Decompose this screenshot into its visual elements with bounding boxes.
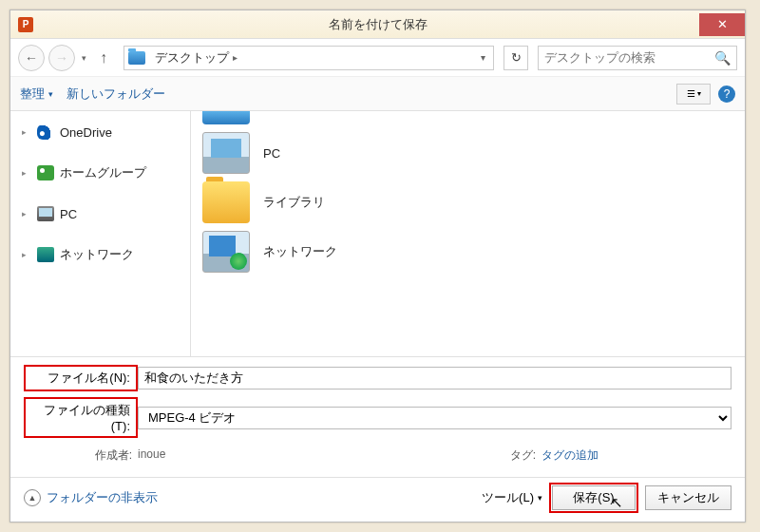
hide-folders-button[interactable]: ▲ フォルダーの非表示 <box>24 489 158 506</box>
sidebar-item-label: PC <box>60 207 77 221</box>
arrow-left-icon: ← <box>25 50 38 66</box>
organize-menu[interactable]: 整理▾ <box>20 86 53 103</box>
sidebar-item-pc[interactable]: ▸ PC <box>22 200 190 227</box>
sidebar-item-network[interactable]: ▸ ネットワーク <box>22 240 190 269</box>
pc-icon <box>202 132 250 174</box>
footer: ▲ フォルダーの非表示 ツール(L) ▾ 保存(S) ↖ キャンセル <box>10 477 745 522</box>
arrow-right-icon: → <box>55 50 68 66</box>
search-box[interactable]: 🔍 <box>538 46 737 70</box>
view-options-button[interactable]: ☰▾ <box>676 84 711 104</box>
search-icon: 🔍 <box>714 50 731 66</box>
back-button[interactable]: ← <box>18 45 45 71</box>
list-item[interactable]: ネットワーク <box>202 227 733 276</box>
chevron-right-icon[interactable]: ▸ <box>22 250 31 259</box>
help-icon: ? <box>724 87 731 101</box>
body: ▸ OneDrive ▸ ホームグループ ▸ PC ▸ ネットワーク <box>10 111 745 356</box>
pc-icon <box>37 206 54 221</box>
filename-label: ファイル名(N): <box>24 365 138 391</box>
network-icon <box>37 247 54 262</box>
chevron-right-icon[interactable]: ▸ <box>22 127 31 137</box>
titlebar: P 名前を付けて保存 ✕ <box>10 10 745 39</box>
form-area: ファイル名(N): ファイルの種類(T): MPEG-4 ビデオ 作成者: in… <box>10 356 745 477</box>
path-segment[interactable]: デスクトップ <box>151 49 233 66</box>
arrow-up-icon: ↑ <box>100 49 107 66</box>
list-item-partial[interactable] <box>202 111 733 124</box>
sidebar-item-label: OneDrive <box>60 125 112 140</box>
sidebar-item-onedrive[interactable]: ▸ OneDrive <box>22 119 190 145</box>
chevron-down-icon: ▾ <box>697 89 701 98</box>
sidebar-item-homegroup[interactable]: ▸ ホームグループ <box>22 159 190 187</box>
chevron-down-icon: ▾ <box>48 89 53 99</box>
onedrive-icon <box>37 124 54 140</box>
hide-folders-label: フォルダーの非表示 <box>47 489 158 506</box>
sidebar-item-label: ネットワーク <box>60 246 134 263</box>
up-button[interactable]: ↑ <box>93 48 114 68</box>
forward-button[interactable]: → <box>48 45 75 71</box>
homegroup-icon <box>37 165 54 180</box>
help-button[interactable]: ? <box>718 86 735 103</box>
file-list[interactable]: PC ライブラリ ネットワーク <box>191 111 745 356</box>
chevron-up-icon: ▲ <box>24 489 41 506</box>
sidebar-item-label: ホームグループ <box>60 164 146 181</box>
filetype-label: ファイルの種類(T): <box>24 397 138 438</box>
cancel-button[interactable]: キャンセル <box>645 485 732 510</box>
navigation-pane: ▸ OneDrive ▸ ホームグループ ▸ PC ▸ ネットワーク <box>10 111 191 356</box>
chevron-right-icon[interactable]: ▸ <box>22 168 31 178</box>
save-as-dialog: P 名前を付けて保存 ✕ ← → ▾ ↑ デスクトップ ▸ ▾ ↻ 🔍 整理▾ … <box>10 10 746 522</box>
save-button[interactable]: 保存(S) ↖ <box>552 485 636 510</box>
new-folder-button[interactable]: 新しいフォルダー <box>66 86 165 103</box>
list-item-label: ネットワーク <box>263 243 337 260</box>
refresh-icon: ↻ <box>511 50 522 65</box>
navigation-bar: ← → ▾ ↑ デスクトップ ▸ ▾ ↻ 🔍 <box>10 39 745 77</box>
view-icon: ☰ <box>687 88 695 99</box>
chevron-right-icon[interactable]: ▸ <box>22 209 31 218</box>
filetype-select[interactable]: MPEG-4 ビデオ <box>138 407 732 429</box>
list-item[interactable]: ライブラリ <box>202 178 733 227</box>
dialog-title: 名前を付けて保存 <box>10 16 745 33</box>
list-item-label: ライブラリ <box>263 194 325 211</box>
libraries-icon <box>202 181 250 223</box>
refresh-button[interactable]: ↻ <box>504 46 528 70</box>
address-bar[interactable]: デスクトップ ▸ ▾ <box>124 46 494 70</box>
address-dropdown-icon[interactable]: ▾ <box>477 52 489 63</box>
chevron-down-icon: ▾ <box>538 493 542 503</box>
filename-input[interactable] <box>138 367 732 390</box>
network-icon <box>202 231 250 273</box>
recent-locations-dropdown[interactable]: ▾ <box>79 53 89 63</box>
chevron-right-icon[interactable]: ▸ <box>233 52 238 63</box>
list-item[interactable]: PC <box>202 128 733 178</box>
folder-icon <box>128 51 145 65</box>
author-value[interactable]: inoue <box>138 447 165 464</box>
tag-label: タグ: <box>428 447 542 464</box>
author-label: 作成者: <box>24 447 138 464</box>
tools-menu[interactable]: ツール(L) ▾ <box>482 489 542 506</box>
search-input[interactable] <box>544 50 714 65</box>
tag-add-link[interactable]: タグの追加 <box>542 447 598 464</box>
list-item-label: PC <box>263 146 280 161</box>
toolbar: 整理▾ 新しいフォルダー ☰▾ ? <box>10 77 745 111</box>
